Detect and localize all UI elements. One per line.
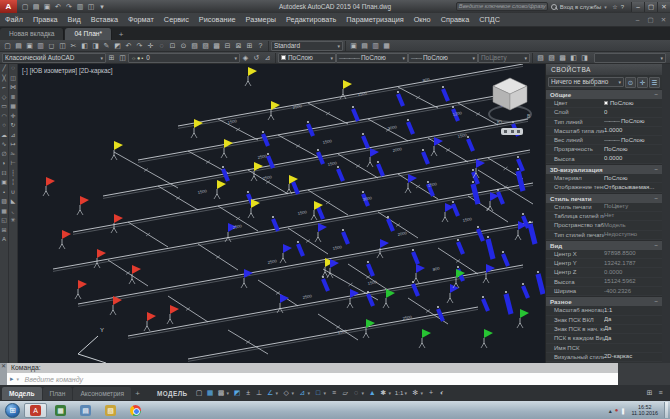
construction-line-icon[interactable]: ╳ — [0, 74, 9, 84]
quickcalc-icon[interactable]: ⊞ — [244, 40, 255, 51]
app-menu-button[interactable]: A — [0, 0, 17, 13]
qat-dropdown-icon[interactable]: ▾ — [97, 1, 107, 12]
property-row[interactable]: Тип стилей печатиНедоступно — [546, 231, 662, 240]
join-icon[interactable]: ∪ — [9, 188, 18, 198]
menu-10[interactable]: Окно — [409, 15, 436, 24]
property-row[interactable]: Имя ПСК — [546, 344, 662, 353]
doc-restore-button[interactable]: ▢ — [644, 15, 657, 24]
property-row[interactable]: Визуальный стиль2D-каркас — [546, 353, 662, 362]
annotation-visibility-icon[interactable]: ▲ — [367, 387, 378, 399]
property-row[interactable]: Знак ПСК ВКЛДа — [546, 316, 662, 325]
sheet-set-icon[interactable]: ⊟ — [222, 40, 233, 51]
customization-icon[interactable]: ≡ — [655, 387, 666, 399]
selection-combo[interactable]: Ничего не выбрано▾ — [548, 77, 624, 87]
explode-icon[interactable]: ✳ — [9, 216, 18, 226]
property-row[interactable]: МатериалПоСлою — [546, 174, 662, 183]
color-combo[interactable]: ПоСлою▾ — [278, 53, 336, 63]
section-3[interactable]: Вид− — [546, 240, 662, 250]
taskbar-autocad-icon[interactable]: A — [24, 403, 47, 418]
snap-mode-icon[interactable]: ▩ — [216, 387, 227, 399]
property-row[interactable]: Центр Y13242.1787 — [546, 259, 662, 268]
show-desktop-button[interactable] — [664, 402, 668, 418]
copy-icon[interactable]: ◫ — [9, 74, 18, 84]
lineweight-display-icon[interactable]: ≡ — [329, 387, 340, 399]
view-cube[interactable]: Ю В — [487, 72, 533, 128]
plot-icon[interactable]: ▥ — [75, 1, 85, 12]
quick-select-icon[interactable]: ✛ — [637, 77, 648, 88]
paste-icon[interactable]: ◨ — [90, 40, 101, 51]
autoscale-icon[interactable]: ✱ — [378, 387, 389, 399]
viewport-control-2[interactable]: [2D-каркас] — [79, 67, 113, 74]
new-layout-button[interactable]: + — [132, 389, 143, 398]
property-row[interactable]: Высота0.0000 — [546, 155, 662, 164]
property-row[interactable]: Стиль печатиПоЦвету — [546, 203, 662, 212]
property-row[interactable]: Отображение тениОтбрасываемая... — [546, 183, 662, 192]
property-row[interactable]: Масштаб аннотаций1:1 — [546, 306, 662, 315]
command-close-icon[interactable]: ✕ — [1, 363, 6, 370]
layer-combo[interactable]: ☼●▪ 0▾ — [128, 53, 240, 63]
section-2[interactable]: Стиль печати− — [546, 193, 662, 203]
layer-freeze-icon[interactable]: ● — [137, 54, 140, 62]
render-icon[interactable]: ▨ — [546, 52, 557, 63]
property-row[interactable]: Слой0 — [546, 108, 662, 117]
lineweight-combo[interactable]: —— ПоСлою▾ — [408, 53, 478, 63]
search-icon[interactable] — [551, 4, 557, 10]
redo-icon[interactable]: ↷ — [134, 40, 145, 51]
open-icon[interactable]: ▤ — [13, 40, 24, 51]
qnew-icon[interactable]: ▢ — [2, 40, 13, 51]
circle-icon[interactable]: ○ — [0, 121, 9, 131]
layer-on-icon[interactable]: ☼ — [131, 54, 136, 62]
object-snap-tracking-icon[interactable]: ⊿ — [297, 387, 308, 399]
taskbar-chrome-icon[interactable] — [124, 403, 147, 418]
undo-icon[interactable]: ↶ — [53, 1, 63, 12]
search-input[interactable]: Введите ключевое слово/фразу — [456, 2, 548, 11]
toggle-value-icon[interactable]: ⊙ — [625, 77, 636, 88]
isolate-objects-icon[interactable]: ◐ — [437, 387, 448, 399]
tray-lang-icon[interactable]: ❚ — [620, 407, 625, 414]
menu-7[interactable]: Размеры — [241, 15, 281, 24]
tray-hidden-icons[interactable]: ▴ — [609, 407, 612, 414]
property-row[interactable]: Ширина-400.2326 — [546, 287, 662, 296]
ellipse-icon[interactable]: ∅ — [0, 150, 9, 160]
new-drawing-tab-button[interactable]: + — [115, 29, 127, 40]
table-style-icon[interactable]: ▥ — [370, 40, 381, 51]
array-icon[interactable]: ▦ — [9, 102, 18, 112]
palette-title[interactable]: СВОЙСТВА — [546, 64, 662, 75]
command-input[interactable]: ▸ ▾ Введите команду — [7, 373, 618, 385]
doc-minimize-button[interactable]: ‒ — [631, 15, 644, 24]
layout-tab-Модель[interactable]: Модель — [2, 387, 42, 400]
publish-icon[interactable]: ◫ — [57, 40, 68, 51]
text-style-combo[interactable]: Standard▾ — [271, 41, 343, 51]
property-row[interactable]: ПСК в каждом Вид...Да — [546, 334, 662, 343]
selection-cycling-icon[interactable]: ◌ — [351, 387, 362, 399]
property-row[interactable]: Пространство таб...Модель — [546, 221, 662, 230]
taskbar-app-green-icon[interactable]: ▦ — [49, 403, 72, 418]
polygon-icon[interactable]: ◇ — [0, 93, 9, 103]
mtext-icon[interactable]: A — [0, 235, 9, 245]
zoom-window-icon[interactable]: ⊡ — [167, 40, 178, 51]
open-file-icon[interactable]: ▤ — [31, 1, 41, 12]
annotation-scale[interactable]: 1:1 — [394, 387, 405, 399]
taskbar-clock[interactable]: 16:52 11.10.2016 — [631, 404, 658, 416]
favorites-icon[interactable]: ☆ — [612, 3, 617, 10]
property-row[interactable]: Таблица стилей пе...Нет — [546, 212, 662, 221]
offset-icon[interactable]: ≣ — [9, 93, 18, 103]
layer-properties-icon[interactable]: ⊞ — [106, 52, 117, 63]
section-4[interactable]: Разное− — [546, 296, 662, 306]
workspace-combo[interactable]: Классический AutoCAD▾ — [2, 53, 106, 63]
select-objects-icon[interactable]: ☰ — [649, 77, 660, 88]
mirror-icon[interactable]: ⋈ — [9, 83, 18, 93]
taskbar-explorer-icon[interactable]: ▤ — [74, 403, 97, 418]
break-point-icon[interactable]: ┆ — [9, 169, 18, 179]
file-tab-0[interactable]: Новая вкладка — [0, 28, 64, 40]
undo-icon[interactable]: ↶ — [123, 40, 134, 51]
rectangle-icon[interactable]: ▭ — [0, 102, 9, 112]
visual-styles-icon[interactable]: ◨ — [579, 52, 590, 63]
block-editor-icon[interactable]: ◩ — [112, 40, 123, 51]
menu-6[interactable]: Рисование — [194, 15, 241, 24]
property-row[interactable]: Знак ПСК в нач. ко...Да — [546, 325, 662, 334]
property-row[interactable]: Центр Z0.0000 — [546, 268, 662, 277]
layer-previous-icon[interactable]: ↺ — [251, 52, 262, 63]
navigation-bar[interactable] — [501, 128, 523, 135]
section-1[interactable]: 3D-визуализация− — [546, 164, 662, 174]
